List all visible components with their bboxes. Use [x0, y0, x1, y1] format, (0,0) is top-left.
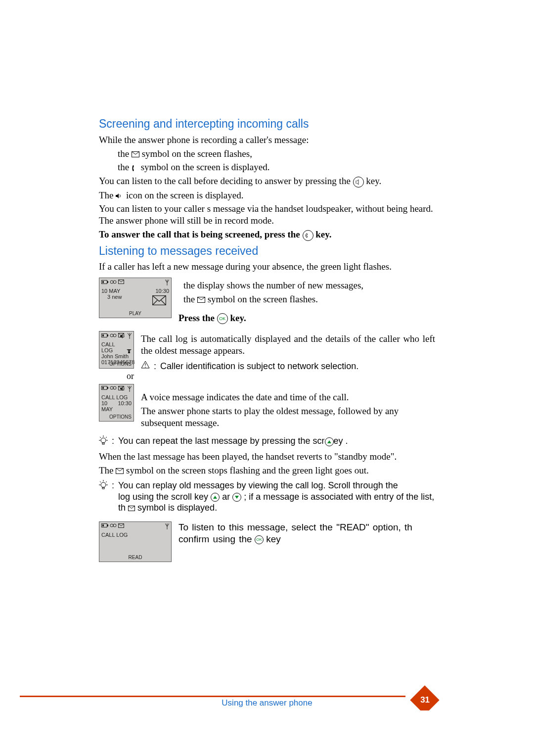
svg-point-30 [113, 386, 116, 389]
r4b: key [266, 534, 281, 544]
s1-date: 10 MAY [101, 288, 120, 294]
footer-bar [20, 696, 405, 697]
scroll-down-key-icon [232, 493, 241, 502]
envelope-icon [118, 280, 124, 284]
svg-rect-45 [102, 443, 104, 444]
battery-icon [101, 280, 108, 284]
svg-rect-54 [102, 487, 104, 489]
svg-point-61 [110, 524, 113, 527]
tape-icon [110, 280, 117, 284]
line3b: key. [366, 176, 381, 186]
envelope-icon [116, 468, 124, 474]
scroll-up-key-icon [211, 493, 220, 502]
after2-pre: The [99, 465, 116, 475]
svg-rect-59 [107, 524, 108, 526]
screening-intro: While the answer phone is recording a ca… [99, 134, 435, 146]
lightbulb-icon [99, 480, 108, 490]
tape-icon [110, 523, 117, 527]
s3-date: 10 MAY [101, 400, 118, 412]
svg-line-50 [100, 481, 101, 482]
bullet1-pre: the [118, 148, 132, 159]
svg-point-39 [101, 438, 106, 443]
loudspeaker-key-icon [353, 177, 364, 188]
after1: When the last message has been played, t… [99, 451, 435, 463]
tape-icon [110, 386, 117, 390]
svg-marker-55 [213, 496, 217, 499]
svg-rect-27 [107, 387, 108, 389]
s4-title: CALL LOG [101, 532, 169, 538]
svg-line-65 [165, 523, 167, 526]
bullet2-pre: the [118, 162, 132, 172]
battery-icon [101, 523, 108, 527]
speaker-icon [120, 386, 126, 391]
svg-rect-15 [107, 334, 108, 336]
or-label: or [127, 371, 134, 382]
svg-line-23 [130, 333, 132, 336]
bullet1-post: symbol on the screen flashes, [142, 148, 252, 159]
svg-marker-2 [116, 193, 119, 198]
svg-rect-16 [102, 334, 104, 336]
s2-br: OPTIONS [109, 361, 132, 367]
battery-icon [101, 333, 108, 337]
s3-time: 10:30 [118, 400, 132, 412]
r4a: To listen to this message, select the "R… [178, 522, 412, 544]
svg-rect-4 [107, 281, 108, 283]
page-number: 31 [420, 695, 430, 705]
s1-time: 10:30 [155, 288, 169, 294]
line6a: To answer the call that is being screene… [99, 229, 303, 239]
antenna-icon [128, 333, 132, 339]
tip1a: You can repeat the last message by press… [118, 436, 325, 446]
warning-icon [141, 361, 150, 369]
line4b: icon on the screen is displayed. [126, 190, 243, 200]
line6b: key. [315, 229, 331, 239]
tip2a: You can replay old messages by viewing t… [118, 480, 398, 490]
phone-screen-3: CALL LOG 10 MAY10:30 OPTIONS [99, 384, 134, 422]
phone-screen-4: CALL LOG READ [99, 521, 172, 562]
svg-marker-1 [356, 180, 358, 185]
warn-text: Caller identification is subject to netw… [160, 361, 358, 372]
phone-screen-1: 10 MAY10:30 3 new PLAY [99, 278, 172, 318]
s3-br: OPTIONS [109, 414, 132, 420]
svg-line-35 [130, 386, 132, 389]
svg-line-10 [165, 280, 167, 283]
lightbulb-icon [99, 435, 108, 445]
tip2c: ar [222, 492, 230, 502]
envelope-icon [197, 297, 205, 303]
svg-rect-28 [102, 387, 104, 389]
svg-rect-60 [102, 524, 104, 526]
press-ok-a: Press the [178, 313, 217, 323]
speaker-icon [116, 193, 124, 199]
svg-line-41 [100, 437, 101, 438]
speaker-icon [120, 334, 126, 338]
page-footer: Using the answer phone 31 [0, 691, 534, 710]
svg-marker-20 [120, 334, 123, 338]
large-envelope-icon [152, 295, 166, 306]
s4-bottom: READ [99, 555, 171, 560]
colon1: : [154, 361, 156, 372]
svg-point-18 [113, 334, 116, 337]
s3-title: CALL LOG [101, 394, 132, 400]
phone-screen-2: CALL LOG John Smith 01712345678 OPTIONS [99, 331, 134, 369]
svg-line-51 [106, 481, 107, 482]
svg-line-34 [128, 386, 130, 389]
colon2: : [112, 435, 114, 447]
s1-bottom: PLAY [99, 311, 171, 316]
r1a: the display shows the number of new mess… [183, 280, 435, 291]
r1b-post: symbol on the screen flashes. [208, 294, 318, 304]
svg-line-42 [106, 437, 107, 438]
svg-marker-46 [327, 440, 331, 443]
press-ok-b: key. [230, 313, 246, 323]
envelope-icon [118, 523, 124, 528]
line4a: The [99, 190, 116, 200]
listening-intro: If a caller has left a new message durin… [99, 261, 435, 273]
tip2b: log using the scroll key [118, 492, 208, 502]
call-key-icon [303, 230, 313, 241]
line5: You can listen to your caller s message … [99, 203, 435, 227]
svg-marker-56 [235, 496, 239, 499]
ok-key-icon: OK [255, 535, 264, 544]
svg-point-48 [101, 482, 106, 487]
bullet2-post: symbol on the screen is displayed. [141, 162, 270, 172]
handset-icon [132, 165, 138, 172]
r3a: A voice message indicates the date and t… [141, 391, 435, 403]
footer-text: Using the answer phone [0, 698, 534, 708]
